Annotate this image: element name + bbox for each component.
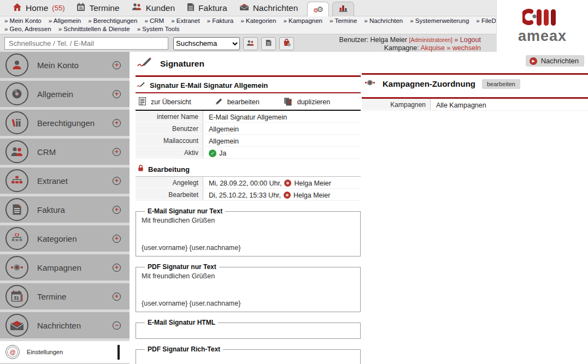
expand-plus-icon[interactable]: +: [113, 293, 121, 301]
row-value: Alle Kampagnen: [431, 99, 486, 110]
expand-plus-icon[interactable]: +: [113, 90, 121, 98]
crumb-systemerweiterung[interactable]: » Systemerweiterung: [410, 17, 469, 24]
collapse-minus-icon[interactable]: −: [113, 321, 121, 330]
expand-plus-icon[interactable]: +: [113, 206, 121, 214]
scrollbar-thumb[interactable]: [117, 345, 120, 360]
row-value: Allgemein: [203, 135, 239, 146]
user-avatar-icon: [284, 192, 291, 199]
campaign-row: Kampagnen Alle Kampagnen: [362, 99, 588, 111]
signature-text-line: [142, 281, 355, 290]
people-icon: [246, 39, 255, 49]
messages-button[interactable]: ▶ Nachrichten: [526, 55, 584, 67]
crumb-geo-adressen[interactable]: » Geo, Adressen: [4, 26, 51, 32]
sidebar-item-label: Mein Konto: [37, 61, 113, 70]
crumb-mein-konto[interactable]: » Mein Konto: [4, 17, 42, 24]
statistics-tab-button[interactable]: [332, 2, 354, 16]
expand-plus-icon[interactable]: +: [113, 264, 121, 272]
network-icon: [5, 169, 28, 192]
document-search-button[interactable]: [261, 37, 276, 50]
crumb-kategorien[interactable]: » Kategorien: [240, 17, 276, 24]
settings-tab-button[interactable]: ⚙ ⚙: [307, 2, 329, 16]
duplicate-button-label: duplizieren: [297, 98, 330, 106]
email-signature-html-box: E-Mail Signatur HTML: [136, 319, 361, 339]
sidebar-item-kampagnen[interactable]: Kampagnen +: [0, 254, 130, 281]
row-label: Bearbeitet: [136, 189, 203, 200]
row-label: Aktiv: [136, 147, 203, 158]
signature-details-table: interner Name E-Mail Signatur Allgemein …: [136, 111, 361, 159]
nav-faktura-label: Faktura: [198, 3, 227, 13]
sidebar-item-berechtigungen[interactable]: Berechtigungen +: [0, 110, 130, 136]
pdf-signature-richtext-box: PDF Signatur Rich-Text: [136, 345, 361, 364]
crumb-nachrichten[interactable]: » Nachrichten: [364, 17, 403, 24]
campaign-edit-button[interactable]: bearbeiten: [482, 79, 520, 89]
contacts-search-button[interactable]: [243, 37, 258, 50]
nav-home[interactable]: Home (55): [7, 3, 70, 14]
row-label: Mailaccount: [136, 135, 203, 146]
nav-home-count: (55): [52, 4, 64, 12]
sidebar-item-label: Kategorien: [37, 234, 113, 243]
nav-faktura[interactable]: Faktura: [181, 3, 233, 14]
sidebar-item-kategorien[interactable]: Kategorien +: [0, 225, 130, 252]
crumb-berechtigungen[interactable]: » Berechtigungen: [88, 17, 137, 24]
home-icon: [13, 3, 22, 14]
search-input[interactable]: [4, 37, 168, 50]
modified-datetime: Di, 25.10.22, 15:33 Uhr,: [209, 192, 281, 199]
brand-logo: ameax: [496, 0, 588, 52]
nav-kunden[interactable]: Kunden: [126, 3, 181, 13]
campaign-switch-link[interactable]: » wechseln: [446, 44, 481, 52]
expand-plus-icon[interactable]: +: [113, 61, 121, 69]
page-title: Signaturen: [160, 59, 204, 69]
sidebar-item-mein-konto[interactable]: Mein Konto +: [0, 52, 130, 78]
edit-button-label: bearbeiten: [227, 98, 260, 106]
breadcrumb-row-tools: » Geo, Adressen » Schnittstellen & Diens…: [0, 25, 496, 34]
crumb-extranet[interactable]: » Extranet: [171, 17, 199, 24]
crumb-faktura[interactable]: » Faktura: [207, 17, 234, 24]
sidebar: Mein Konto + Allgemein + Berechtigungen …: [0, 52, 130, 364]
edit-button[interactable]: bearbeiten: [215, 98, 260, 107]
campaign-name[interactable]: Akquise: [420, 44, 444, 52]
expand-plus-icon[interactable]: +: [113, 177, 121, 185]
sidebar-item-extranet[interactable]: Extranet +: [0, 168, 130, 194]
crumb-schnittstellen[interactable]: » Schnittstellen & Dienste: [58, 26, 130, 32]
nav-nachrichten[interactable]: Nachrichten: [233, 3, 304, 13]
divider: [136, 92, 361, 93]
sidebar-item-allgemein[interactable]: Allgemein +: [0, 81, 130, 107]
nav-termine[interactable]: 31 Termine: [70, 3, 125, 14]
expand-plus-icon[interactable]: +: [113, 235, 121, 243]
overview-button[interactable]: zur Übersicht: [139, 97, 191, 107]
duplicate-button[interactable]: duplizieren: [284, 97, 330, 108]
bearbeitung-table: Angelegt Mi, 28.09.22, 00:00 Uhr, Helga …: [136, 177, 361, 201]
app-window: Home (55) 31 Termine Kunden Faktura Nach…: [0, 0, 588, 364]
sidebar-item-nachrichten[interactable]: Nachrichten −: [0, 312, 130, 338]
ameax-logo-text: ameax: [518, 28, 567, 45]
modified-user: Helga Meier: [293, 192, 330, 199]
category-tree-icon: [5, 227, 28, 250]
bearbeitung-title: Bearbeitung: [148, 165, 190, 174]
sidebar-item-crm[interactable]: CRM +: [0, 139, 130, 165]
logout-link[interactable]: » Logout: [454, 36, 481, 44]
crumb-allgemein[interactable]: » Allgemein: [49, 17, 81, 24]
shop-add-button[interactable]: [279, 37, 294, 50]
campaign-panel-title: Kampagnen-Zuordnung: [383, 79, 475, 88]
sidebar-item-einstellungen[interactable]: @ Einstellungen: [0, 341, 130, 363]
search-bar: Suchschema Benutzer: Helga Meier [Admini…: [0, 34, 496, 52]
bar-chart-icon: [339, 4, 348, 14]
email-signature-text-box: E-Mail Signatur nur Text Mit freundliche…: [136, 207, 361, 256]
sidebar-item-termine[interactable]: 31 Termine +: [0, 283, 130, 309]
check-icon: ✓: [209, 150, 216, 157]
nav-nachrichten-label: Nachrichten: [253, 3, 298, 13]
expand-plus-icon[interactable]: +: [113, 148, 121, 156]
signature-detail-panel: Signaturen Signatur E-Mail Signatur Allg…: [136, 52, 361, 364]
play-circle-icon: ▶: [530, 57, 537, 65]
lock-icon: [138, 164, 144, 174]
crumb-termine[interactable]: » Termine: [330, 17, 357, 24]
campaign-panel-header: Kampagnen-Zuordnung bearbeiten: [362, 75, 588, 92]
expand-plus-icon[interactable]: +: [113, 119, 121, 127]
crumb-system-tools[interactable]: » System Tools: [137, 26, 180, 32]
crumb-crm[interactable]: » CRM: [144, 17, 164, 24]
sidebar-item-faktura[interactable]: Faktura +: [0, 196, 130, 223]
fieldset-legend: PDF Signatur nur Text: [145, 263, 219, 271]
crumb-kampagnen[interactable]: » Kampagnen: [283, 17, 322, 24]
table-row: Aktiv ✓ Ja: [136, 147, 361, 159]
search-schema-select[interactable]: Suchschema: [173, 37, 240, 50]
